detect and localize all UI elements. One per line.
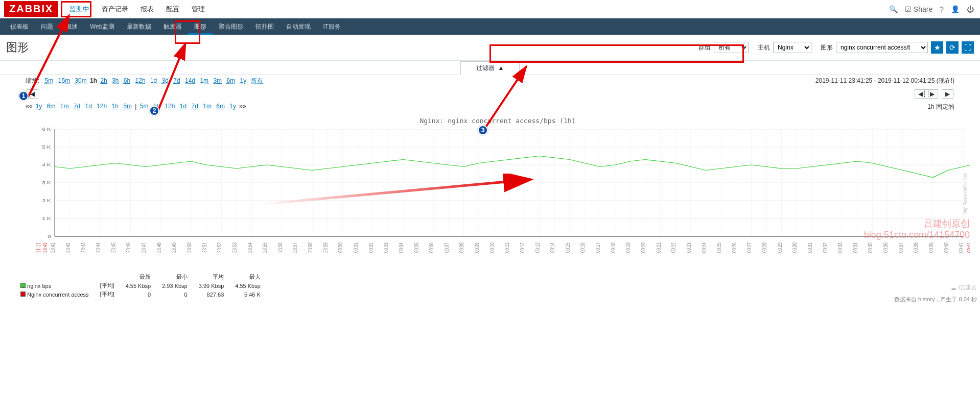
search-icon[interactable]: 🔍 <box>889 5 898 13</box>
zoom-6h[interactable]: 6h <box>124 77 130 84</box>
topmenu-config[interactable]: 配置 <box>160 0 185 18</box>
subnav-overview[interactable]: 概述 <box>59 18 84 35</box>
topmenu-admin[interactable]: 管理 <box>185 0 211 18</box>
svg-text:00:29: 00:29 <box>777 243 783 253</box>
nav-right-5m[interactable]: 5m <box>140 103 149 110</box>
svg-text:23:45: 23:45 <box>111 243 116 253</box>
svg-text:00:11: 00:11 <box>504 243 510 253</box>
svg-text:23:44: 23:44 <box>96 243 101 253</box>
group-select[interactable]: 所有 <box>714 42 749 53</box>
svg-text:11-11: 11-11 <box>36 243 41 253</box>
zoom-7d[interactable]: 7d <box>173 77 180 84</box>
nav-left-1h[interactable]: 1h <box>112 103 119 110</box>
topmenu-inventory[interactable]: 资产记录 <box>96 0 134 18</box>
zoom-12h[interactable]: 12h <box>135 77 146 84</box>
nav-right-1m[interactable]: 1m <box>203 103 212 110</box>
svg-text:00:33: 00:33 <box>837 243 843 253</box>
subnav-web[interactable]: Web监测 <box>84 18 121 35</box>
svg-text:00:41: 00:41 <box>959 243 964 253</box>
subnav-graphs[interactable]: 图形 <box>188 18 213 35</box>
zoom-15m[interactable]: 15m <box>58 77 70 84</box>
subnav-problems[interactable]: 问题 <box>35 18 59 35</box>
favorite-button[interactable]: ★ <box>931 41 943 54</box>
nav-left-1d[interactable]: 1d <box>85 103 91 110</box>
svg-text:00:27: 00:27 <box>747 243 753 253</box>
top-right: 🔍 ☑ Share ? 👤 ⏻ <box>889 5 980 13</box>
top-bar: ZABBIX 监测中 资产记录 报表 配置 管理 🔍 ☑ Share ? 👤 ⏻ <box>0 0 980 18</box>
subnav-discovery[interactable]: 自动发现 <box>280 18 317 35</box>
svg-text:00:38: 00:38 <box>913 243 919 253</box>
help-icon[interactable]: ? <box>940 5 944 13</box>
zoom-1h[interactable]: 1h <box>90 77 97 84</box>
top-menu: 监测中 资产记录 报表 配置 管理 <box>63 0 211 18</box>
svg-text:00:14: 00:14 <box>550 243 555 253</box>
zoom-3d[interactable]: 3d <box>162 77 169 84</box>
annotation-circle-1: 1 <box>18 91 29 101</box>
topmenu-monitoring[interactable]: 监测中 <box>63 0 96 18</box>
fixed-time-label: 1h 固定的 <box>927 103 954 111</box>
subnav-latest[interactable]: 最新数据 <box>121 18 157 35</box>
topmenu-reports[interactable]: 报表 <box>134 0 160 18</box>
nav-left-7d[interactable]: 7d <box>74 103 80 110</box>
logout-icon[interactable]: ⏻ <box>967 5 974 13</box>
zoom-1m[interactable]: 1m <box>200 77 208 84</box>
zoom-3m[interactable]: 3m <box>213 77 222 84</box>
nav-right-7d[interactable]: 7d <box>192 103 198 110</box>
legend-table: 最新最小平均最大 nginx bps[平均]4.55 Kbsp2.93 Kbsp… <box>14 272 267 299</box>
page-title: 图形 <box>6 40 29 55</box>
nav-right-12h[interactable]: 12h <box>165 103 175 110</box>
zoom-所有[interactable]: 所有 <box>251 77 263 84</box>
nav-left-5m[interactable]: 5m <box>123 103 132 110</box>
svg-text:00:32: 00:32 <box>823 243 828 253</box>
zoom-2h[interactable]: 2h <box>100 77 107 84</box>
subnav-itservices[interactable]: IT服务 <box>317 18 347 35</box>
refresh-button[interactable]: ⟳ <box>946 41 959 54</box>
user-icon[interactable]: 👤 <box>951 5 960 13</box>
share-button[interactable]: ☑ Share <box>905 5 932 13</box>
nav-left-12h[interactable]: 12h <box>97 103 107 110</box>
svg-text:00:19: 00:19 <box>625 243 631 253</box>
svg-text:23:49: 23:49 <box>172 243 177 253</box>
nav-left-6m[interactable]: 6m <box>47 103 56 110</box>
svg-text:00:00: 00:00 <box>338 243 343 253</box>
zoom-5m[interactable]: 5m <box>45 77 54 84</box>
svg-text:6 K: 6 K <box>42 127 51 132</box>
nav-right-1y[interactable]: 1y <box>229 103 236 110</box>
zoom-3h[interactable]: 3h <box>112 77 119 84</box>
subnav-dashboard[interactable]: 仪表板 <box>4 18 35 35</box>
subnav-triggers[interactable]: 触发器 <box>157 18 188 35</box>
svg-text:00:20: 00:20 <box>641 243 646 253</box>
zoom-30m[interactable]: 30m <box>75 77 86 84</box>
svg-text:23:41: 23:41 <box>50 243 56 253</box>
time-next-button[interactable]: ▶ <box>942 89 953 99</box>
host-select[interactable]: Nginx <box>773 42 811 53</box>
zoom-label: 缩放: <box>26 77 39 84</box>
zoom-6m[interactable]: 6m <box>226 77 235 84</box>
nav-right-6m[interactable]: 6m <box>216 103 225 110</box>
svg-text:00:36: 00:36 <box>883 243 889 253</box>
nav-left-1m[interactable]: 1m <box>60 103 69 110</box>
graph-select[interactable]: nginx concurrent access/bps <box>836 42 928 53</box>
svg-text:00:07: 00:07 <box>444 243 450 253</box>
zoom-1d[interactable]: 1d <box>150 77 157 84</box>
time-zoom-button[interactable]: ◀┊┊▶ <box>915 89 938 99</box>
host-label: 主机 <box>758 43 770 52</box>
nav-left-1y[interactable]: 1y <box>36 103 42 110</box>
subnav-maps[interactable]: 拓扑图 <box>249 18 280 35</box>
svg-text:00:41: 00:41 <box>967 243 970 253</box>
svg-text:23:58: 23:58 <box>308 243 313 253</box>
svg-text:00:40: 00:40 <box>944 243 949 253</box>
svg-text:1 K: 1 K <box>42 216 51 221</box>
zoom-14d[interactable]: 14d <box>185 77 195 84</box>
sub-nav: 仪表板 问题 概述 Web监测 最新数据 触发器 图形 聚合图形 拓扑图 自动发… <box>0 18 980 35</box>
svg-text:23:50: 23:50 <box>186 243 192 253</box>
svg-text:00:10: 00:10 <box>489 243 495 253</box>
zoom-row: 缩放: 5m 15m 30m 1h 2h 3h 6h 12h 1d 3d 7d … <box>0 75 980 87</box>
zoom-1y[interactable]: 1y <box>240 77 246 84</box>
fullscreen-button[interactable]: ⛶ <box>962 41 974 54</box>
selectors: 群组 所有 主机 Nginx 图形 nginx concurrent acces… <box>692 41 974 54</box>
subnav-screens[interactable]: 聚合图形 <box>213 18 249 35</box>
filter-toggle[interactable]: 过滤器 ▲ <box>460 61 520 75</box>
svg-text:00:24: 00:24 <box>702 243 707 253</box>
nav-right-1d[interactable]: 1d <box>180 103 186 110</box>
